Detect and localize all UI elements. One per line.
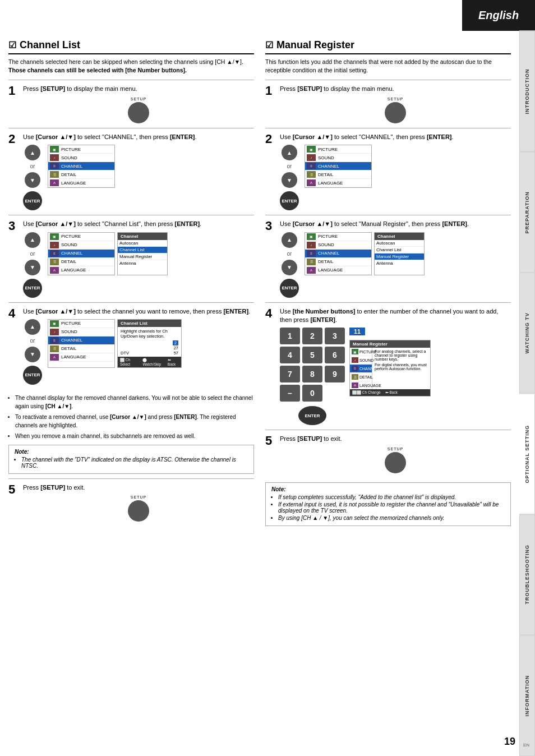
up-arrow-btn2: ▲: [25, 232, 40, 248]
section-tabs: INTRODUCTION PREPARATION WATCHING TV OPT…: [519, 31, 535, 756]
step2-right-illus: ▲ or ▼ ENTER ▣PICTURE ♪SOUND ≡CHANNEL ☰D…: [280, 145, 511, 210]
manual-reg-note: Note: If setup completes successfully, "…: [265, 482, 511, 526]
left-step-5: 5 Press [SETUP] to exit. SETUP: [8, 478, 254, 526]
manual-register-section: ☑ Manual Register This function lets you…: [265, 39, 511, 531]
setup-button-icon: [128, 102, 149, 123]
bullet-1: The channel display for the removed chan…: [15, 394, 254, 411]
channel-list-note: Note: The channel with the "DTV" indicat…: [8, 445, 254, 474]
manual-register-desc: This function lets you add the channels …: [265, 58, 511, 74]
channel-list-desc: The channels selected here can be skippe…: [8, 58, 254, 74]
step3-left-illus: ▲ or ▼ ENTER ▣PICTURE ♪SOUND: [23, 232, 254, 298]
step5-left-illus: SETUP: [23, 495, 254, 522]
left-step-2: 2 Use [Cursor ▲/▼] to select "CHANNEL", …: [8, 128, 254, 215]
main-menu-mock: ▣PICTURE ♪SOUND ≡CHANNEL ☰DETAIL: [48, 232, 115, 275]
detail-icon: ☰: [50, 171, 59, 178]
step3-right-menus: ▣PICTURE ♪SOUND ≡CHANNEL ☰DETAIL ALANGUA…: [305, 232, 425, 275]
step1-left-illus: SETUP: [23, 97, 254, 123]
step3-menus: ▣PICTURE ♪SOUND ≡CHANNEL ☰DETAIL: [48, 232, 168, 275]
menu-language: A LANGUAGE: [48, 179, 114, 187]
menu-picture: ▣ PICTURE: [48, 145, 114, 154]
down-arrow-btn5: ▼: [282, 260, 297, 275]
checkmark-icon: ☑: [8, 40, 16, 50]
picture-icon: ▣: [50, 146, 59, 153]
step4-menus: ▣PICTURE ♪SOUND ≡CHANNEL ☰DETAIL ALANGUA…: [48, 319, 182, 368]
tab-watching-tv: WATCHING TV: [519, 273, 535, 394]
right-step-1: 1 Press [SETUP] to display the main menu…: [265, 80, 511, 127]
num-1: 1: [280, 328, 300, 344]
num-6: 6: [325, 347, 345, 363]
left-step-3: 3 Use [Cursor ▲/▼] to select "Channel Li…: [8, 215, 254, 302]
manual-reg-mock: Manual Register ▣PICTURE ♪SOUND ≡CHANNEL…: [349, 340, 431, 397]
tab-introduction: INTRODUCTION: [519, 31, 535, 152]
up-arrow-btn4: ▲: [282, 145, 297, 160]
tab-troubleshooting: TROUBLESHOOTING: [519, 514, 535, 635]
page-number: 19: [504, 736, 515, 748]
number-keypad: 1 2 3 4 5 6 7 8 9: [280, 328, 345, 425]
right-step-3: 3 Use [Cursor ▲/▼] to select "Manual Reg…: [265, 215, 511, 302]
channel-menu-mock: ▣ PICTURE ♪ SOUND ≡ CHANNEL ☰: [48, 145, 115, 188]
channel-list-section: ☑ Channel List The channels selected her…: [8, 39, 254, 531]
down-arrow-btn4: ▼: [282, 172, 297, 188]
up-arrow-btn3: ▲: [25, 319, 40, 335]
num-4: 4: [280, 347, 300, 363]
num-9: 9: [325, 366, 345, 382]
menu-detail: ☰ DETAIL: [48, 170, 114, 179]
setup-button-icon4: [385, 452, 406, 473]
up-arrow-btn5: ▲: [282, 232, 297, 248]
num-5: 5: [302, 347, 322, 363]
down-arrow-btn: ▼: [25, 172, 40, 188]
channel-list-bullets: The channel display for the removed chan…: [8, 394, 254, 440]
channel-icon: ≡: [50, 163, 59, 169]
tab-information: INFORMATION: [519, 635, 535, 757]
right-menu-mock: ▣PICTURE ♪SOUND ≡CHANNEL ☰DETAIL ALANGUA…: [305, 145, 372, 188]
num-dash: –: [280, 385, 300, 402]
num-3: 3: [325, 328, 345, 344]
channel-submenu: Channel Autoscan Channel List Manual Reg…: [117, 232, 168, 275]
left-step-1: 1 Press [SETUP] to display the main menu…: [8, 80, 254, 127]
main-content: ☑ Channel List The channels selected her…: [0, 34, 519, 536]
step4-left-illus: ▲ or ▼ ENTER ▣PICTURE ♪SOUND ≡CHANNEL ☰D…: [23, 319, 254, 385]
bullet-3: When you remove a main channel, its subc…: [15, 432, 254, 440]
channel-list-title: ☑ Channel List: [8, 39, 254, 54]
enter-btn5: ENTER: [280, 279, 299, 298]
num-8: 8: [302, 366, 322, 382]
num-7: 7: [280, 366, 300, 382]
menu-sound: ♪ SOUND: [48, 154, 114, 162]
right-step-4: 4 Use [the Number buttons] to enter the …: [265, 302, 511, 430]
enter-btn3: ENTER: [23, 366, 42, 385]
step2-left-illus: ▲ or ▼ ENTER ▣ PICTURE ♪ SOUND: [23, 145, 254, 210]
setup-button-icon2: [128, 500, 149, 522]
cursor-buttons: ▲ or ▼ ENTER: [23, 145, 42, 210]
channel-list-mock: Channel List Highlight channels for Ch U…: [117, 319, 182, 368]
manual-register-title: ☑ Manual Register: [265, 39, 511, 54]
manual-reg-area: 11 Manual Register ▣PICTURE ♪SOUND ≡CHAN…: [349, 328, 431, 397]
enter-btn: ENTER: [23, 191, 42, 210]
channel-submenu-right: Channel Autoscan Channel List Manual Reg…: [374, 232, 425, 275]
step1-right-illus: SETUP: [280, 97, 511, 123]
language-bar: English: [462, 0, 535, 31]
main-menu-mock2: ▣PICTURE ♪SOUND ≡CHANNEL ☰DETAIL ALANGUA…: [48, 319, 115, 368]
channel-badge: 11: [349, 328, 365, 335]
page-en-label: EN: [523, 743, 529, 748]
tab-preparation: PREPARATION: [519, 152, 535, 273]
left-step-4: 4 Use [Cursor ▲/▼] to select the channel…: [8, 302, 254, 389]
step3-right-illus: ▲ or ▼ ENTER ▣PICTURE ♪SOUND ≡CHANNEL ☰D…: [280, 232, 511, 298]
right-step-5: 5 Press [SETUP] to exit. SETUP: [265, 430, 511, 477]
language-label: English: [478, 9, 519, 22]
tab-optional-setting: OPTIONAL SETTING: [519, 394, 535, 515]
checkmark-icon2: ☑: [265, 40, 273, 50]
down-arrow-btn3: ▼: [25, 347, 40, 362]
sound-icon: ♪: [50, 154, 59, 161]
up-arrow-btn: ▲: [25, 145, 40, 160]
enter-btn2: ENTER: [23, 279, 42, 298]
language-icon: A: [50, 179, 59, 186]
bullet-2: To reactivate a removed channel, use [Cu…: [15, 413, 254, 430]
num-0: 0: [302, 385, 322, 402]
step4-right-illus: 1 2 3 4 5 6 7 8 9: [280, 328, 511, 425]
right-step-2: 2 Use [Cursor ▲/▼] to select "CHANNEL", …: [265, 128, 511, 215]
enter-btn6: ENTER: [298, 406, 326, 425]
menu-channel: ≡ CHANNEL: [48, 162, 114, 170]
enter-btn4: ENTER: [280, 191, 299, 210]
down-arrow-btn2: ▼: [25, 260, 40, 275]
num-2: 2: [302, 328, 322, 344]
